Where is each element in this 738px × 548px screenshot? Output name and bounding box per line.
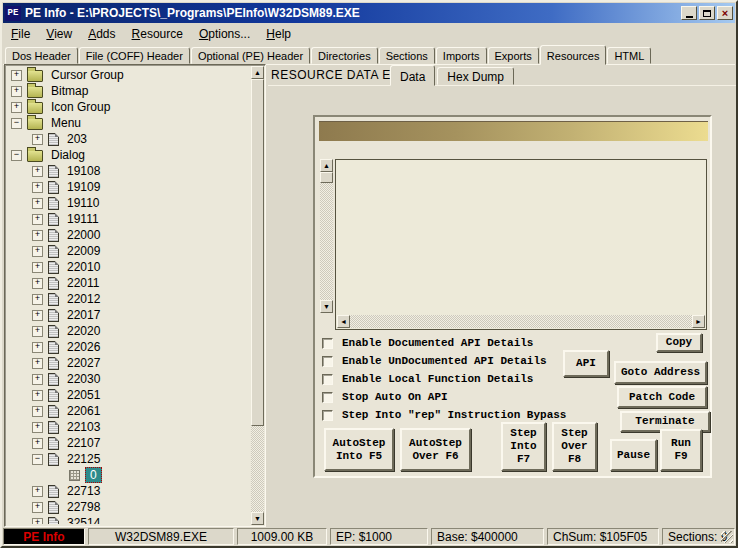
expand-icon[interactable]: + (32, 406, 43, 417)
tab-directories[interactable]: Directories (311, 47, 378, 64)
menu-item-adds[interactable]: Adds (80, 25, 123, 43)
expand-icon[interactable]: + (32, 486, 43, 497)
checkbox-icon[interactable] (322, 410, 333, 421)
tree-item-22103[interactable]: +22103 (7, 419, 250, 435)
tree-item-32514[interactable]: +32514 (7, 515, 250, 524)
expand-icon[interactable]: + (11, 102, 22, 113)
autostep-into-f5-button[interactable]: AutoStep Into F5 (324, 428, 394, 471)
tree-item-22020[interactable]: +22020 (7, 323, 250, 339)
tree-item-22010[interactable]: +22010 (7, 259, 250, 275)
tree-item-22030[interactable]: +22030 (7, 371, 250, 387)
menu-item-view[interactable]: View (38, 25, 80, 43)
expand-icon[interactable]: + (32, 438, 43, 449)
menu-item-help[interactable]: Help (258, 25, 299, 43)
tree-vertical-scrollbar[interactable]: ▲ ▼ (251, 66, 264, 525)
title-bar[interactable]: PE PE Info - E:\PROJECTS\_Programs\PEInf… (3, 3, 735, 23)
tree-item-19111[interactable]: +19111 (7, 211, 250, 227)
checkbox-icon[interactable] (322, 374, 333, 385)
expand-icon[interactable]: + (32, 198, 43, 209)
tree-item-22027[interactable]: +22027 (7, 355, 250, 371)
scroll-right-icon[interactable]: ► (692, 315, 705, 328)
pause-button[interactable]: Pause (610, 439, 657, 471)
collapse-icon[interactable]: − (11, 150, 22, 161)
step-into-f7-button[interactable]: Step Into F7 (501, 422, 546, 471)
tree-item-22061[interactable]: +22061 (7, 403, 250, 419)
collapse-icon[interactable]: − (11, 118, 22, 129)
expand-icon[interactable]: + (32, 230, 43, 241)
autostep-over-f6-button[interactable]: AutoStep Over F6 (400, 428, 471, 471)
patch-code-button[interactable]: Patch Code (617, 386, 707, 408)
tree-item-203[interactable]: +203 (7, 131, 250, 147)
step-over-f8-button[interactable]: Step Over F8 (552, 422, 597, 471)
tab-imports[interactable]: Imports (436, 47, 487, 64)
preview-listbox[interactable]: ◄ ► (335, 159, 707, 330)
preview-vertical-scrollbar[interactable]: ▲ ▼ (320, 159, 333, 313)
scrollbar-track[interactable] (320, 183, 333, 300)
expand-icon[interactable]: + (32, 214, 43, 225)
run-f9-button[interactable]: Run F9 (660, 429, 702, 471)
scroll-left-icon[interactable]: ◄ (337, 315, 350, 328)
tree-item-22125[interactable]: −22125 (7, 451, 250, 467)
tree-item-menu[interactable]: −Menu (7, 115, 250, 131)
expand-icon[interactable]: + (32, 342, 43, 353)
expand-icon[interactable]: + (32, 134, 43, 145)
preview-horizontal-scrollbar[interactable]: ◄ ► (337, 315, 705, 328)
expand-icon[interactable]: + (32, 374, 43, 385)
expand-icon[interactable]: + (32, 310, 43, 321)
tab-resources[interactable]: Resources (540, 45, 607, 65)
tree-item-cursor-group[interactable]: +Cursor Group (7, 67, 250, 83)
tab-dos-header[interactable]: Dos Header (5, 47, 78, 64)
tab-exports[interactable]: Exports (488, 47, 539, 64)
tree-item-22012[interactable]: +22012 (7, 291, 250, 307)
minimize-button[interactable] (681, 6, 697, 20)
tab-optional-pe-header[interactable]: Optional (PE) Header (191, 47, 310, 64)
expand-icon[interactable]: + (32, 246, 43, 257)
subtab-data[interactable]: Data (390, 65, 435, 86)
tree-item-19110[interactable]: +19110 (7, 195, 250, 211)
expand-icon[interactable]: + (32, 294, 43, 305)
scrollbar-thumb[interactable] (320, 172, 333, 183)
tab-file-coff-header[interactable]: File (COFF) Header (79, 47, 190, 64)
expand-icon[interactable]: + (32, 182, 43, 193)
scrollbar-track[interactable] (251, 426, 264, 512)
scroll-down-icon[interactable]: ▼ (320, 300, 333, 313)
copy-button[interactable]: Copy (656, 333, 702, 352)
scroll-up-icon[interactable]: ▲ (320, 159, 333, 172)
tab-sections[interactable]: Sections (379, 47, 435, 64)
expand-icon[interactable]: + (32, 502, 43, 513)
tree-item-icon-group[interactable]: +Icon Group (7, 99, 250, 115)
tree-item-22017[interactable]: +22017 (7, 307, 250, 323)
tree-item-22009[interactable]: +22009 (7, 243, 250, 259)
tree-item-22798[interactable]: +22798 (7, 499, 250, 515)
tree-item-22000[interactable]: +22000 (7, 227, 250, 243)
tree-item-19108[interactable]: +19108 (7, 163, 250, 179)
tree-item-bitmap[interactable]: +Bitmap (7, 83, 250, 99)
expand-icon[interactable]: + (32, 390, 43, 401)
expand-icon[interactable]: + (11, 70, 22, 81)
scroll-down-icon[interactable]: ▼ (251, 512, 264, 525)
expand-icon[interactable]: + (32, 358, 43, 369)
api-button[interactable]: API (563, 350, 609, 377)
checkbox-icon[interactable] (322, 356, 333, 367)
collapse-icon[interactable]: − (32, 454, 43, 465)
expand-icon[interactable]: + (11, 86, 22, 97)
menu-item-options[interactable]: Options... (191, 25, 258, 43)
scrollbar-thumb[interactable] (251, 79, 264, 426)
resize-grip-icon[interactable] (721, 531, 733, 543)
checkbox-icon[interactable] (322, 338, 333, 349)
checkbox-icon[interactable] (322, 392, 333, 403)
tree-item-22051[interactable]: +22051 (7, 387, 250, 403)
subtab-hex-dump[interactable]: Hex Dump (437, 67, 514, 85)
tree-item-19109[interactable]: +19109 (7, 179, 250, 195)
menu-item-resource[interactable]: Resource (124, 25, 191, 43)
expand-icon[interactable]: + (32, 326, 43, 337)
expand-icon[interactable]: + (32, 278, 43, 289)
tree-item-22107[interactable]: +22107 (7, 435, 250, 451)
tree-item-0[interactable]: 0 (7, 467, 250, 483)
tree-item-22011[interactable]: +22011 (7, 275, 250, 291)
close-button[interactable]: × (717, 6, 733, 20)
tree-item-dialog[interactable]: −Dialog (7, 147, 250, 163)
goto-address-button[interactable]: Goto Address (614, 361, 707, 384)
expand-icon[interactable]: + (32, 518, 43, 525)
maximize-button[interactable] (699, 6, 715, 20)
